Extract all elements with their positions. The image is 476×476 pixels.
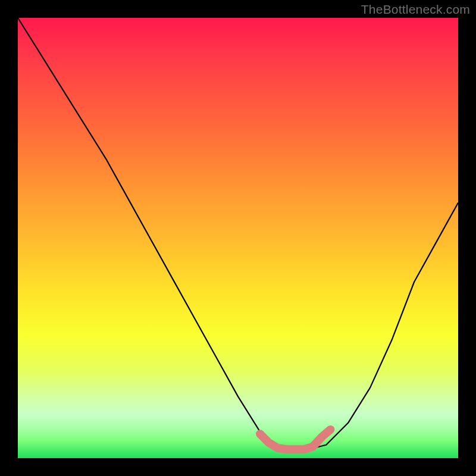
plot-svg [18,18,458,458]
chart-container: TheBottleneck.com [0,0,476,476]
watermark-text: TheBottleneck.com [361,2,470,17]
plot-area [18,18,458,458]
bottleneck-curve [18,18,458,449]
